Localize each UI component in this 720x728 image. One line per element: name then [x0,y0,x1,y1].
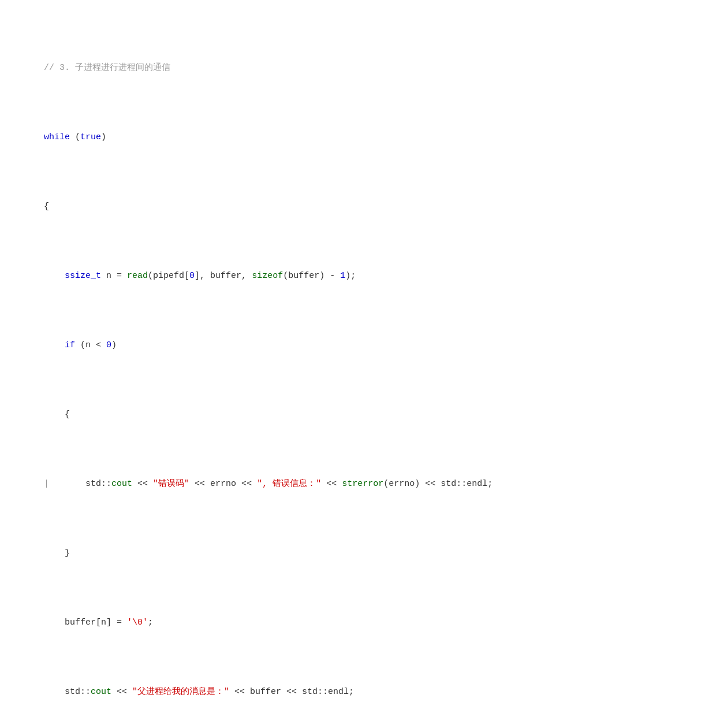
line-8: } [23,547,708,560]
code-container: // 3. 子进程进行进程间的通信 while (true) { ssize_t… [0,0,720,728]
line-7: | std::cout << "错误码" << errno << ", 错误信息… [23,477,708,491]
line-4: ssize_t n = read(pipefd[0], buffer, size… [23,269,708,283]
line-5: if (n < 0) [23,339,708,352]
line-2: while (true) [23,131,708,144]
line-1: // 3. 子进程进行进程间的通信 [23,61,708,75]
line-6: { [23,408,708,422]
line-9: buffer[n] = '\0'; [23,616,708,630]
line-3: { [23,200,708,214]
code-block: // 3. 子进程进行进程间的通信 while (true) { ssize_t… [0,6,720,728]
line-10: std::cout << "父进程给我的消息是：" << buffer << s… [23,685,708,699]
